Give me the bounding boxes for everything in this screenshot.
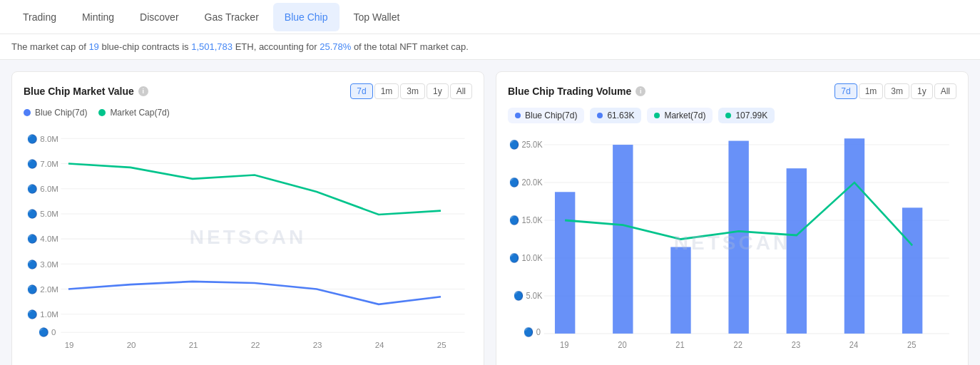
svg-text:24: 24: [375, 340, 384, 349]
svg-text:22: 22: [734, 339, 742, 349]
left-filter-3m[interactable]: 3m: [400, 83, 425, 99]
summary-percent: 25.78%: [320, 41, 351, 52]
right-filter-1y[interactable]: 1y: [911, 83, 933, 99]
left-chart-panel: Blue Chip Market Value i 7d 1m 3m 1y All…: [11, 71, 484, 365]
right-legend: Blue Chip(7d) 61.63K Market(7d) 107.99K: [508, 108, 956, 123]
right-legend-green-value: 107.99K: [718, 108, 775, 123]
nav-minting[interactable]: Minting: [71, 3, 126, 31]
svg-rect-40: [728, 141, 748, 334]
svg-text:25: 25: [437, 340, 446, 349]
svg-text:🔵 10.0K: 🔵 10.0K: [509, 253, 543, 264]
svg-text:🔵 4.0M: 🔵 4.0M: [27, 234, 58, 244]
summary-text-mid2: ETH, accounting for: [233, 41, 320, 52]
right-chart-title: Blue Chip Trading Volume i: [508, 86, 645, 97]
nav-bar: Trading Minting Discover Gas Tracker Blu…: [0, 0, 980, 34]
summary-count: 19: [88, 41, 98, 52]
left-filter-7d[interactable]: 7d: [350, 83, 372, 99]
left-filter-1m[interactable]: 1m: [374, 83, 399, 99]
left-filter-1y[interactable]: 1y: [427, 83, 449, 99]
right-chart-panel: Blue Chip Trading Volume i 7d 1m 3m 1y A…: [496, 71, 969, 365]
svg-text:🔵 0: 🔵 0: [39, 327, 56, 336]
svg-text:🔵 1.0M: 🔵 1.0M: [27, 309, 58, 319]
right-chart-header: Blue Chip Trading Volume i 7d 1m 3m 1y A…: [508, 83, 956, 99]
svg-text:24: 24: [849, 339, 859, 349]
svg-text:🔵 6.0M: 🔵 6.0M: [27, 184, 58, 194]
left-legend-green: Market Cap(7d): [98, 108, 169, 118]
summary-eth-value: 1,501,783: [191, 41, 233, 52]
left-filter-all[interactable]: All: [450, 83, 472, 99]
nav-trading[interactable]: Trading: [11, 3, 68, 31]
left-chart-info-icon[interactable]: i: [138, 86, 148, 96]
left-chart-area: NETSCAN 🔵 8.0M 🔵 7.0M 🔵 6.0M 🔵 5.0M 🔵 4.…: [24, 123, 472, 351]
svg-rect-37: [555, 192, 575, 334]
svg-text:22: 22: [251, 340, 260, 349]
left-chart-svg: 🔵 8.0M 🔵 7.0M 🔵 6.0M 🔵 5.0M 🔵 4.0M 🔵 3.0…: [24, 123, 472, 351]
summary-text-prefix: The market cap of: [11, 41, 88, 52]
svg-text:🔵 0: 🔵 0: [524, 327, 541, 338]
nav-discover[interactable]: Discover: [128, 3, 190, 31]
svg-text:🔵 2.0M: 🔵 2.0M: [27, 284, 58, 294]
right-chart-info-icon[interactable]: i: [636, 86, 645, 96]
summary-text-end: of the total NFT market cap.: [351, 41, 469, 52]
svg-rect-39: [670, 247, 690, 334]
right-chart-svg: 🔵 25.0K 🔵 20.0K 🔵 15.0K 🔵 10.0K 🔵 5.0K 🔵…: [508, 129, 956, 357]
left-legend-blue: Blue Chip(7d): [24, 108, 87, 118]
right-legend-green: Market(7d): [647, 108, 713, 123]
svg-text:19: 19: [560, 339, 568, 349]
right-filter-7d[interactable]: 7d: [834, 83, 857, 99]
svg-text:21: 21: [675, 339, 684, 349]
left-chart-header: Blue Chip Market Value i 7d 1m 3m 1y All: [24, 83, 472, 99]
right-time-filters: 7d 1m 3m 1y All: [834, 83, 956, 99]
svg-rect-42: [844, 138, 864, 334]
svg-rect-43: [902, 207, 922, 334]
svg-text:23: 23: [313, 340, 322, 349]
svg-text:25: 25: [907, 339, 916, 349]
svg-text:20: 20: [618, 339, 627, 349]
svg-text:🔵 3.0M: 🔵 3.0M: [27, 259, 58, 269]
charts-container: Blue Chip Market Value i 7d 1m 3m 1y All…: [0, 60, 980, 365]
svg-text:🔵 5.0K: 🔵 5.0K: [514, 291, 543, 302]
svg-text:20: 20: [127, 340, 136, 349]
nav-top-wallet[interactable]: Top Wallet: [342, 3, 412, 31]
nav-gas-tracker[interactable]: Gas Tracker: [193, 3, 270, 31]
svg-rect-38: [613, 145, 633, 334]
left-time-filters: 7d 1m 3m 1y All: [350, 83, 472, 99]
svg-text:🔵 15.0K: 🔵 15.0K: [509, 215, 543, 226]
svg-text:🔵 8.0M: 🔵 8.0M: [27, 134, 58, 144]
right-legend-blue: Blue Chip(7d): [508, 108, 584, 123]
svg-rect-41: [787, 168, 807, 334]
svg-text:21: 21: [189, 340, 198, 349]
left-chart-title: Blue Chip Market Value i: [24, 86, 148, 97]
right-legend-blue-value: 61.63K: [590, 108, 641, 123]
svg-text:🔵 5.0M: 🔵 5.0M: [27, 209, 58, 219]
nav-blue-chip[interactable]: Blue Chip: [273, 3, 340, 31]
summary-text-mid: blue-chip contracts is: [99, 41, 191, 52]
right-chart-area: NETSCAN 🔵 25.0K 🔵 20.0K 🔵 15.0K 🔵 10.0K …: [508, 129, 956, 357]
summary-bar: The market cap of 19 blue-chip contracts…: [0, 34, 980, 60]
svg-text:🔵 25.0K: 🔵 25.0K: [509, 140, 543, 150]
right-filter-all[interactable]: All: [934, 83, 956, 99]
right-filter-1m[interactable]: 1m: [859, 83, 884, 99]
svg-text:19: 19: [65, 340, 74, 349]
svg-text:🔵 20.0K: 🔵 20.0K: [509, 178, 543, 188]
right-filter-3m[interactable]: 3m: [884, 83, 909, 99]
svg-text:🔵 7.0M: 🔵 7.0M: [27, 159, 58, 169]
svg-text:23: 23: [792, 339, 800, 349]
left-legend: Blue Chip(7d) Market Cap(7d): [24, 108, 472, 118]
